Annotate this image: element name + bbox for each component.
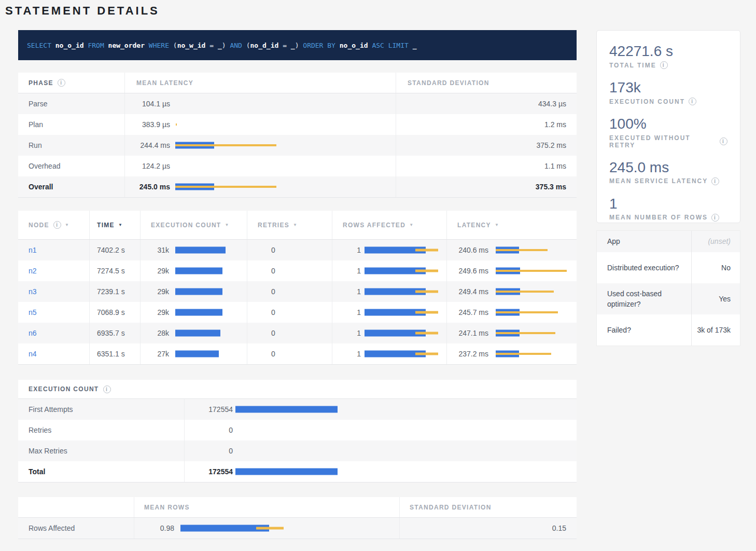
mean-number-of-rows-value: 1 — [609, 196, 727, 212]
time-column-header[interactable]: TIME ▼ — [89, 211, 140, 239]
sort-arrow-icon: ▼ — [118, 223, 123, 227]
retries-column-header[interactable]: RETRIES ▼ — [247, 211, 332, 239]
rows-affected-value: 1 — [332, 308, 361, 316]
rows-affected-bar — [365, 287, 446, 296]
node-link[interactable]: n2 — [29, 267, 37, 275]
app-label: App — [597, 231, 691, 252]
node-table: NODE i ▼ TIME ▼ EXECUTION COUNT ▼ RETRIE… — [18, 211, 577, 365]
node-link[interactable]: n3 — [29, 287, 37, 296]
sort-arrow-icon: ▼ — [495, 223, 499, 227]
time-value: 7274.5 s — [89, 260, 140, 281]
node-link[interactable]: n4 — [29, 350, 37, 358]
summary-item: 1 MEAN NUMBER OF ROWSi — [609, 196, 727, 222]
node-link[interactable]: n6 — [29, 329, 37, 337]
info-icon[interactable]: i — [53, 221, 61, 229]
sort-arrow-icon: ▼ — [293, 223, 298, 227]
detail-row-optimizer: Used cost-based optimizer? Yes — [597, 283, 740, 314]
table-row: n1 7402.2 s 31k 0 1 240.6 ms — [18, 240, 577, 260]
node-column-header[interactable]: NODE i ▼ — [18, 211, 89, 239]
failed-value: 3k of 173k — [691, 314, 740, 346]
latency-value: 240.6 ms — [447, 246, 488, 254]
phase-label: Plan — [18, 114, 124, 135]
executed-without-retry-value: 100% — [609, 116, 727, 132]
table-row: n2 7274.5 s 29k 0 1 249.6 ms — [18, 260, 577, 281]
time-header-label: TIME — [97, 222, 115, 229]
execution-count-table: EXECUTION COUNT i First Attempts 172554 … — [18, 380, 577, 483]
exec-row-value: 172554 — [185, 405, 233, 414]
rows-affected-header-label: ROWS AFFECTED — [343, 222, 405, 229]
execution-count-value: 28k — [141, 329, 169, 337]
distributed-execution-label: Distributed execution? — [597, 252, 691, 283]
std-dev-value: 0.15 — [399, 518, 577, 539]
latency-bar — [175, 162, 396, 170]
rows-affected-bar — [365, 308, 446, 316]
latency-column-header[interactable]: LATENCY ▼ — [446, 211, 577, 239]
table-row: Parse 104.1 µs 434.3 µs — [18, 93, 577, 114]
rows-affected-column-header[interactable]: ROWS AFFECTED ▼ — [332, 211, 446, 239]
rows-affected-table-header: MEAN ROWS STANDARD DEVIATION — [18, 497, 577, 518]
info-icon[interactable]: i — [103, 385, 111, 393]
rows-affected-bar — [365, 329, 446, 337]
summary-item: 100% EXECUTED WITHOUT RETRYi — [609, 116, 727, 148]
node-header-label: NODE — [29, 222, 49, 229]
executed-without-retry-label: EXECUTED WITHOUT RETRY — [609, 134, 716, 149]
latency-value: 249.4 ms — [447, 287, 488, 296]
execution-count-value: 29k — [141, 287, 169, 296]
table-row: Overhead 124.2 µs 1.1 ms — [18, 156, 577, 176]
execution-count-bar — [175, 329, 247, 337]
rows-affected-bar — [365, 267, 446, 275]
rows-affected-value: 1 — [332, 329, 361, 337]
rows-affected-value: 1 — [332, 246, 361, 254]
cost-based-optimizer-value: Yes — [691, 283, 740, 314]
info-icon[interactable]: i — [711, 214, 719, 222]
page-title: STATEMENT DETAILS — [0, 0, 756, 21]
phase-table: PHASE i MEAN LATENCY STANDARD DEVIATION … — [18, 73, 577, 198]
execution-count-column-header[interactable]: EXECUTION COUNT ▼ — [140, 211, 247, 239]
exec-row-label: First Attempts — [18, 399, 184, 420]
retries-value: 0 — [247, 287, 299, 296]
info-icon[interactable]: i — [711, 177, 719, 185]
phase-label: Overhead — [18, 156, 124, 176]
time-value: 7239.1 s — [89, 281, 140, 302]
execution-count-value: 29k — [141, 308, 169, 316]
exec-row-value: 0 — [185, 447, 233, 455]
latency-bar — [496, 267, 577, 275]
mean-number-of-rows-label: MEAN NUMBER OF ROWS — [609, 214, 708, 221]
latency-value: 247.1 ms — [447, 329, 488, 337]
right-column: 42271.6 s TOTAL TIMEi 173k EXECUTION COU… — [596, 30, 740, 539]
latency-bar — [175, 120, 396, 129]
latency-value: 249.6 ms — [447, 267, 488, 275]
latency-value: 237.2 ms — [447, 350, 488, 358]
info-icon[interactable]: i — [660, 61, 668, 69]
rows-affected-value: 1 — [332, 350, 361, 358]
left-column: SELECT no_o_id FROM new_order WHERE (no_… — [18, 30, 577, 539]
mean-latency-value: 124.2 µs — [125, 162, 170, 170]
std-dev-header: STANDARD DEVIATION — [396, 73, 577, 93]
details-card: App (unset) Distributed execution? No Us… — [596, 230, 740, 346]
info-icon[interactable]: i — [689, 98, 696, 105]
time-value: 6351.1 s — [89, 343, 140, 364]
node-link[interactable]: n1 — [29, 246, 37, 254]
mean-rows-header: MEAN ROWS — [134, 497, 399, 517]
latency-bar — [496, 246, 577, 254]
info-icon[interactable]: i — [720, 137, 727, 145]
table-row: Total 172554 — [18, 461, 577, 482]
std-dev-header: STANDARD DEVIATION — [399, 497, 577, 517]
execution-count-bar — [175, 287, 247, 296]
retries-value: 0 — [247, 246, 299, 254]
table-row: Overall 245.0 ms 375.3 ms — [18, 176, 577, 197]
table-row: Run 244.4 ms 375.2 ms — [18, 135, 577, 156]
info-icon[interactable]: i — [58, 79, 65, 87]
table-row: Retries 0 — [18, 420, 577, 440]
node-link[interactable]: n5 — [29, 308, 37, 316]
execution-count-bar — [175, 350, 247, 358]
std-dev-value: 434.3 µs — [396, 93, 577, 114]
std-dev-value: 375.2 ms — [396, 135, 577, 156]
table-row: Plan 383.9 µs 1.2 ms — [18, 114, 577, 135]
time-value: 6935.7 s — [89, 323, 140, 343]
execution-count-header-label: EXECUTION COUNT — [151, 222, 221, 229]
rows-affected-value: 1 — [332, 267, 361, 275]
mean-latency-value: 244.4 ms — [125, 141, 170, 149]
table-row: Max Retries 0 — [18, 440, 577, 461]
mean-latency-header: MEAN LATENCY — [124, 73, 396, 93]
